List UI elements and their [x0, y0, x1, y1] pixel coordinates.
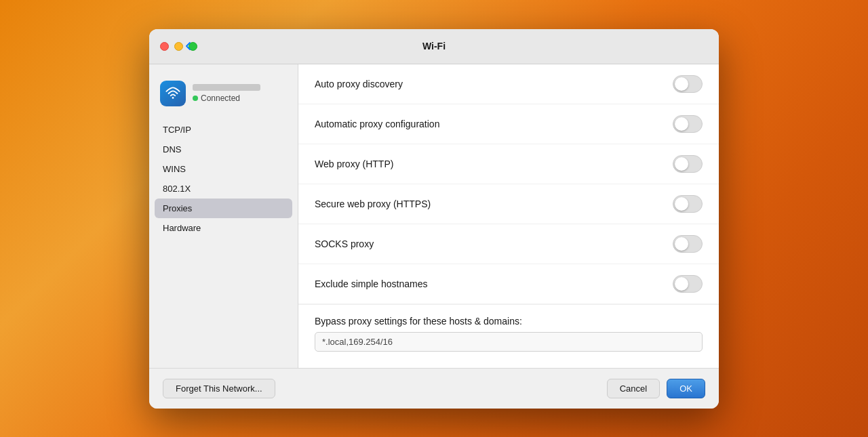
traffic-lights — [160, 42, 197, 51]
sidebar-item-hardware[interactable]: Hardware — [155, 218, 292, 238]
bypass-input[interactable] — [315, 332, 703, 352]
proxy-label-auto-discovery: Auto proxy discovery — [315, 79, 403, 89]
proxy-row-web-http: Web proxy (HTTP) — [298, 144, 719, 184]
bypass-label: Bypass proxy settings for these hosts & … — [315, 316, 703, 327]
wifi-icon — [165, 86, 180, 101]
proxy-row-exclude-hostnames: Exclude simple hostnames — [298, 264, 719, 304]
toggle-exclude-hostnames[interactable] — [673, 275, 703, 293]
proxy-list: Auto proxy discovery Automatic proxy con… — [298, 64, 719, 368]
wifi-icon-container — [160, 81, 186, 106]
minimize-button[interactable] — [174, 42, 183, 51]
cancel-button[interactable]: Cancel — [607, 379, 660, 398]
sidebar-item-proxies[interactable]: Proxies — [155, 199, 292, 218]
toggle-knob — [675, 237, 688, 251]
bypass-section: Bypass proxy settings for these hosts & … — [298, 304, 719, 362]
ok-button[interactable]: OK — [667, 379, 705, 398]
title-bar: Wi-Fi — [149, 29, 719, 64]
toggle-knob — [675, 197, 688, 211]
connection-status: Connected — [193, 93, 260, 103]
toggle-auto-discovery[interactable] — [673, 75, 703, 93]
toggle-knob — [675, 77, 688, 91]
toggle-web-http[interactable] — [673, 155, 703, 173]
content-area: Connected TCP/IP DNS WINS 802.1X P — [149, 64, 719, 368]
main-panel: Auto proxy discovery Automatic proxy con… — [298, 64, 719, 368]
sidebar-item-dns[interactable]: DNS — [155, 140, 292, 159]
toggle-knob — [675, 157, 688, 171]
network-header: Connected — [149, 75, 298, 117]
toggle-socks[interactable] — [673, 235, 703, 253]
proxy-label-web-http: Web proxy (HTTP) — [315, 159, 393, 169]
proxy-label-socks: SOCKS proxy — [315, 238, 374, 249]
status-indicator — [193, 96, 198, 101]
proxy-row-socks: SOCKS proxy — [298, 224, 719, 264]
network-name — [193, 84, 260, 91]
proxy-row-secure-https: Secure web proxy (HTTPS) — [298, 184, 719, 224]
toggle-knob — [675, 277, 688, 291]
proxy-label-secure-https: Secure web proxy (HTTPS) — [315, 199, 431, 209]
toggle-auto-config[interactable] — [673, 115, 703, 133]
proxy-label-exclude-hostnames: Exclude simple hostnames — [315, 278, 428, 289]
back-button[interactable] — [184, 41, 191, 51]
forget-network-button[interactable]: Forget This Network... — [163, 379, 275, 398]
svg-point-0 — [172, 97, 174, 99]
window-title: Wi-Fi — [422, 41, 446, 51]
proxy-label-auto-config: Automatic proxy configuration — [315, 119, 439, 129]
nav-items: TCP/IP DNS WINS 802.1X Proxies Hardware — [149, 117, 298, 241]
proxy-row-auto-config: Automatic proxy configuration — [298, 104, 719, 144]
sidebar-item-8021x[interactable]: 802.1X — [155, 179, 292, 199]
footer: Forget This Network... Cancel OK — [149, 368, 719, 409]
status-text: Connected — [201, 93, 240, 103]
network-info: Connected — [193, 84, 260, 103]
main-window: Wi-Fi Connected — [149, 29, 719, 409]
sidebar-item-wins[interactable]: WINS — [155, 159, 292, 179]
sidebar-item-tcp-ip[interactable]: TCP/IP — [155, 120, 292, 140]
footer-right: Cancel OK — [607, 379, 705, 398]
proxy-row-auto-discovery: Auto proxy discovery — [298, 64, 719, 104]
close-button[interactable] — [160, 42, 169, 51]
sidebar: Connected TCP/IP DNS WINS 802.1X P — [149, 64, 298, 368]
toggle-knob — [675, 117, 688, 131]
toggle-secure-https[interactable] — [673, 195, 703, 213]
